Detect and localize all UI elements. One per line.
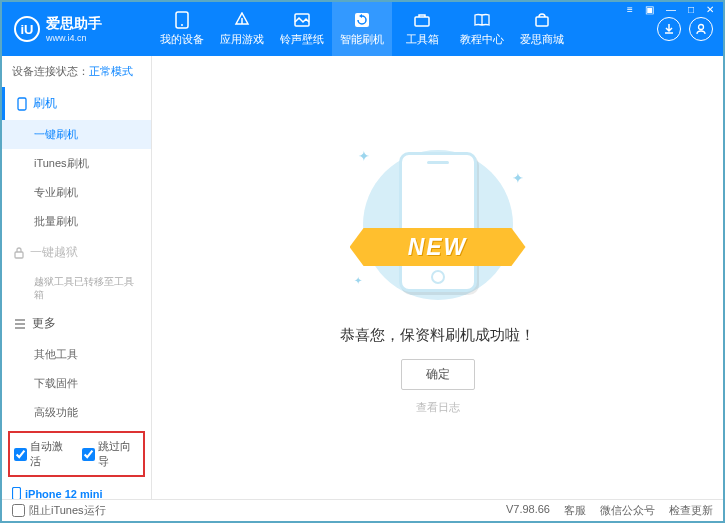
app-name: 爱思助手 (46, 15, 102, 33)
user-button[interactable] (689, 17, 713, 41)
nav-flash[interactable]: 智能刷机 (332, 2, 392, 56)
app-url: www.i4.cn (46, 33, 102, 43)
svg-point-6 (699, 25, 704, 30)
sidebar-item-advanced[interactable]: 高级功能 (2, 398, 151, 427)
checkbox-block-itunes[interactable]: 阻止iTunes运行 (12, 503, 106, 518)
connection-status: 设备连接状态：正常模式 (2, 56, 151, 87)
svg-rect-8 (15, 252, 23, 258)
phone-icon (173, 11, 191, 29)
jailbreak-note: 越狱工具已转移至工具箱 (2, 269, 151, 307)
nav-store[interactable]: 爱思商城 (512, 2, 572, 56)
nav-tutorials[interactable]: 教程中心 (452, 2, 512, 56)
menu-icon[interactable]: ≡ (624, 4, 636, 15)
sidebar-section-flash[interactable]: 刷机 (2, 87, 151, 120)
sidebar-section-more[interactable]: 更多 (2, 307, 151, 340)
success-illustration: ✦ ✦ ✦ NEW (358, 140, 518, 310)
refresh-icon (353, 11, 371, 29)
footer-wechat[interactable]: 微信公众号 (600, 503, 655, 518)
nav-toolbox[interactable]: 工具箱 (392, 2, 452, 56)
sidebar-item-pro-flash[interactable]: 专业刷机 (2, 178, 151, 207)
book-icon (473, 11, 491, 29)
close-icon[interactable]: ✕ (703, 4, 717, 15)
device-name: iPhone 12 mini (25, 488, 103, 500)
sidebar-item-batch-flash[interactable]: 批量刷机 (2, 207, 151, 236)
main-content: ✦ ✦ ✦ NEW 恭喜您，保资料刷机成功啦！ 确定 查看日志 (152, 56, 723, 499)
header-actions (657, 17, 723, 41)
footer: 阻止iTunes运行 V7.98.66 客服 微信公众号 检查更新 (2, 499, 723, 521)
sidebar-item-itunes-flash[interactable]: iTunes刷机 (2, 149, 151, 178)
sidebar: 设备连接状态：正常模式 刷机 一键刷机 iTunes刷机 专业刷机 批量刷机 一… (2, 56, 152, 499)
download-button[interactable] (657, 17, 681, 41)
options-checkboxes: 自动激活 跳过向导 (8, 431, 145, 477)
version-label: V7.98.66 (506, 503, 550, 518)
sidebar-section-jailbreak[interactable]: 一键越狱 (2, 236, 151, 269)
svg-rect-4 (415, 17, 429, 26)
success-message: 恭喜您，保资料刷机成功啦！ (340, 326, 535, 345)
confirm-button[interactable]: 确定 (401, 359, 475, 390)
view-log-link[interactable]: 查看日志 (416, 400, 460, 415)
sidebar-item-download-fw[interactable]: 下载固件 (2, 369, 151, 398)
main-nav: 我的设备 应用游戏 铃声壁纸 智能刷机 工具箱 教程中心 爱思商城 (152, 2, 572, 56)
lock-icon (14, 247, 24, 259)
footer-check-update[interactable]: 检查更新 (669, 503, 713, 518)
nav-apps[interactable]: 应用游戏 (212, 2, 272, 56)
window-controls: ≡ ▣ — □ ✕ (624, 4, 717, 15)
header: iU 爱思助手 www.i4.cn 我的设备 应用游戏 铃声壁纸 智能刷机 工具… (2, 2, 723, 56)
svg-rect-7 (18, 98, 26, 110)
nav-ringtones[interactable]: 铃声壁纸 (272, 2, 332, 56)
checkbox-skip-guide[interactable]: 跳过向导 (82, 439, 140, 469)
apps-icon (233, 11, 251, 29)
nav-my-device[interactable]: 我的设备 (152, 2, 212, 56)
cart-icon (533, 11, 551, 29)
wallpaper-icon (293, 11, 311, 29)
maximize-icon[interactable]: □ (685, 4, 697, 15)
phone-small-icon (17, 97, 27, 111)
device-icon (12, 487, 21, 499)
svg-point-1 (181, 24, 183, 26)
checkbox-auto-activate[interactable]: 自动激活 (14, 439, 72, 469)
toolbox-icon (413, 11, 431, 29)
minimize-icon[interactable]: — (663, 4, 679, 15)
device-info[interactable]: iPhone 12 mini 64GB Down-12mini-13,1 (2, 481, 151, 499)
list-icon (14, 319, 26, 329)
logo: iU 爱思助手 www.i4.cn (14, 15, 152, 43)
svg-rect-5 (536, 17, 548, 26)
sidebar-item-other-tools[interactable]: 其他工具 (2, 340, 151, 369)
svg-rect-9 (13, 488, 21, 500)
skin-icon[interactable]: ▣ (642, 4, 657, 15)
logo-icon: iU (14, 16, 40, 42)
footer-service[interactable]: 客服 (564, 503, 586, 518)
sidebar-item-oneclick-flash[interactable]: 一键刷机 (2, 120, 151, 149)
new-ribbon: NEW (350, 228, 526, 266)
